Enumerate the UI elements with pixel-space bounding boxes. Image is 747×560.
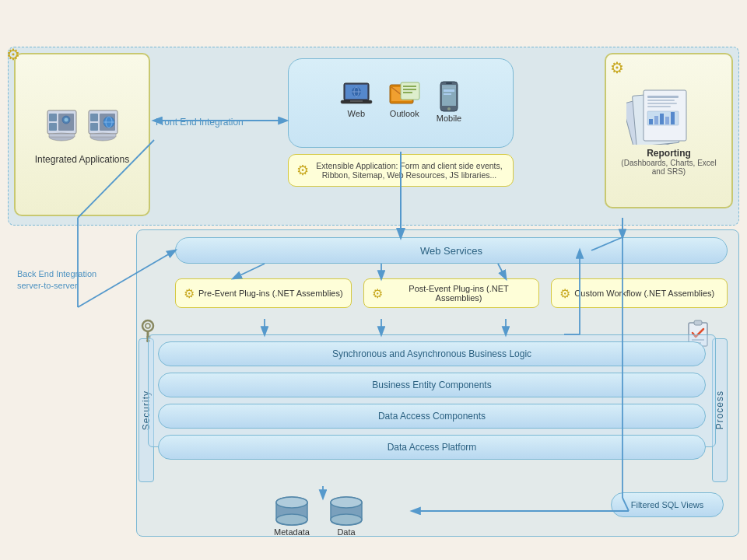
client-icons: Web Outlook	[340, 81, 461, 123]
svg-rect-23	[350, 100, 363, 102]
post-event-gear-icon: ⚙	[372, 286, 383, 301]
svg-point-64	[331, 514, 362, 525]
diagram-container: ⚙	[0, 0, 747, 560]
svg-point-62	[276, 497, 307, 508]
business-entity-bar: Business Entity Components	[158, 373, 706, 397]
svg-rect-47	[660, 114, 664, 124]
svg-point-61	[276, 514, 307, 525]
svg-rect-33	[446, 82, 452, 84]
post-event-label: Post-Event Plug-ins (.NET Assemblies)	[387, 284, 531, 303]
svg-rect-29	[403, 92, 412, 93]
database-section: Metadata Data	[249, 495, 389, 537]
svg-rect-5	[49, 134, 75, 137]
front-end-box: Web Outlook	[288, 58, 514, 148]
svg-rect-35	[444, 89, 454, 92]
mobile-label: Mobile	[437, 114, 461, 123]
svg-rect-26	[401, 82, 419, 100]
report-icon	[626, 86, 712, 145]
server2-icon	[86, 104, 121, 145]
pre-event-label: Pre-Event Plug-ins (.NET Assemblies)	[198, 289, 343, 298]
custom-workflow-gear-icon: ⚙	[559, 286, 570, 301]
svg-rect-31	[442, 85, 456, 106]
front-end-arrow-label: Front End Integration	[156, 117, 244, 128]
web-services-bar: Web Services	[175, 237, 728, 264]
reporting-box: ⚙ Reporting (Dashboards, Charts, Excel a…	[605, 53, 733, 208]
server-icons	[44, 104, 121, 145]
data-access-components-label: Data Access Components	[378, 411, 486, 422]
svg-rect-28	[403, 89, 416, 90]
reporting-sublabel: (Dashboards, Charts, Excel and SRS)	[614, 159, 724, 176]
integrated-apps-label: Integrated Applications	[35, 154, 129, 165]
extensible-app-box: ⚙ Extensible Application: Form and clien…	[288, 154, 514, 187]
plugin-row: ⚙ Pre-Event Plug-ins (.NET Assemblies) ⚙…	[175, 278, 728, 308]
db-icons: Metadata Data	[272, 495, 366, 537]
business-logic-label: Synchronous and Asynchronous Business Lo…	[332, 348, 531, 359]
svg-rect-45	[649, 119, 653, 124]
custom-workflow-box: ⚙ Custom Workflow (.NET Assemblies)	[551, 278, 728, 308]
business-entity-label: Business Entity Components	[372, 380, 491, 390]
svg-rect-1	[49, 114, 57, 121]
process-text: Process	[714, 390, 725, 429]
reporting-gear-icon: ⚙	[610, 58, 624, 77]
data-access-platform-label: Data Access Platform	[388, 442, 477, 453]
metadata-label: Metadata	[274, 527, 310, 537]
post-event-plugin-box: ⚙ Post-Event Plug-ins (.NET Assemblies)	[363, 278, 540, 308]
svg-rect-36	[444, 93, 451, 95]
back-end-label: Back End Integration server-to-server	[17, 268, 96, 292]
svg-point-51	[146, 324, 150, 328]
mobile-phone-icon	[437, 81, 461, 114]
extensible-label: Extensible Application: Form and client …	[314, 161, 505, 180]
integrated-apps-gear-icon: ⚙	[6, 45, 20, 64]
svg-point-50	[142, 320, 153, 331]
svg-rect-56	[694, 320, 702, 325]
svg-rect-42	[647, 103, 677, 104]
outlook-label: Outlook	[390, 109, 419, 118]
svg-rect-10	[90, 123, 98, 131]
svg-point-65	[331, 497, 362, 508]
data-db-icon	[327, 495, 366, 527]
server1-icon	[44, 104, 79, 145]
data-label: Data	[337, 527, 355, 537]
svg-rect-43	[647, 106, 671, 107]
svg-rect-49	[671, 112, 675, 124]
filtered-sql-box: Filtered SQL Views	[611, 492, 724, 517]
outlook-icon	[388, 81, 421, 109]
integrated-apps-box: ⚙	[14, 53, 150, 216]
svg-point-32	[447, 107, 451, 110]
business-logic-bar: Synchronous and Asynchronous Business Lo…	[158, 341, 706, 366]
svg-rect-9	[90, 114, 98, 121]
svg-rect-2	[49, 123, 57, 131]
reporting-label: Reporting	[647, 148, 691, 159]
data-access-platform-bar: Data Access Platform	[158, 435, 706, 460]
outlook-client-item: Outlook	[388, 81, 421, 123]
web-laptop-icon	[340, 81, 373, 109]
pre-event-plugin-box: ⚙ Pre-Event Plug-ins (.NET Assemblies)	[175, 278, 352, 308]
web-client-item: Web	[340, 81, 373, 123]
svg-rect-40	[647, 96, 679, 98]
svg-rect-41	[647, 100, 675, 101]
mobile-client-item: Mobile	[437, 81, 461, 123]
svg-rect-13	[90, 134, 116, 137]
svg-rect-46	[654, 116, 658, 124]
metadata-db-item: Metadata	[272, 495, 311, 537]
custom-workflow-label: Custom Workflow (.NET Assemblies)	[574, 289, 714, 298]
svg-rect-48	[665, 117, 669, 124]
extensible-gear-icon: ⚙	[296, 162, 309, 179]
data-db-item: Data	[327, 495, 366, 537]
filtered-sql-label: Filtered SQL Views	[631, 500, 704, 509]
metadata-db-icon	[272, 495, 311, 527]
web-services-label: Web Services	[420, 245, 482, 257]
logic-section: Synchronous and Asynchronous Business Lo…	[148, 334, 716, 447]
svg-point-7	[64, 118, 68, 122]
pre-event-gear-icon: ⚙	[184, 286, 195, 301]
svg-rect-27	[403, 86, 416, 87]
data-access-components-bar: Data Access Components	[158, 404, 706, 429]
web-label: Web	[348, 109, 365, 118]
